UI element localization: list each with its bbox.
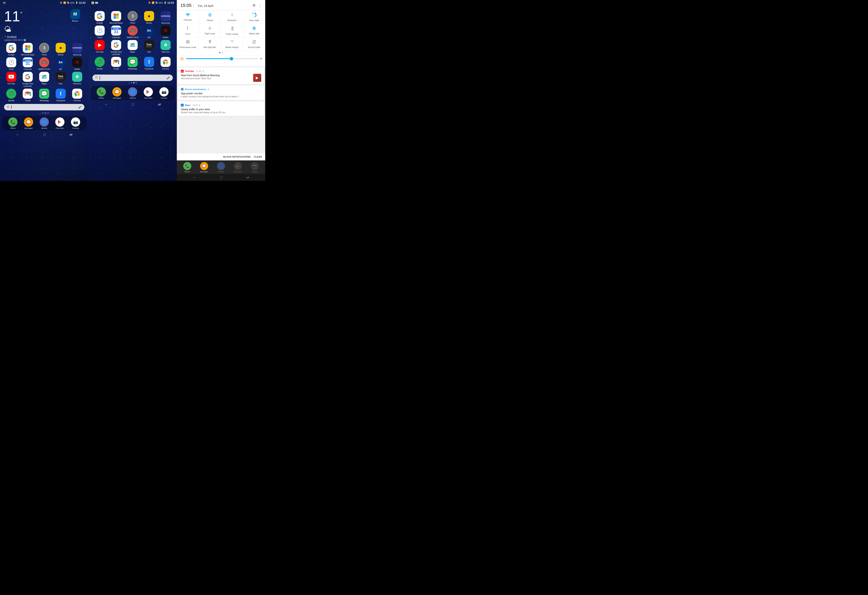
dark-dock-messages[interactable]: 💬 Messages bbox=[200, 162, 208, 173]
dark-dock-internet[interactable]: 🌐 Internet bbox=[217, 162, 225, 173]
messages-dock-icon[interactable]: 💬 bbox=[24, 117, 33, 127]
clock-icon[interactable]: 🕐 bbox=[6, 57, 16, 67]
search-input[interactable] bbox=[11, 105, 77, 109]
mid-calendar-icon[interactable]: Google31 bbox=[111, 25, 121, 36]
brightness-slider[interactable] bbox=[186, 58, 258, 59]
mid-internet-dock-icon[interactable]: 🌐 bbox=[128, 87, 137, 96]
toggle-bluetooth[interactable]: Bluetooth bbox=[221, 10, 243, 24]
search-bar[interactable]: G 🎤 bbox=[4, 104, 84, 110]
dock-messages[interactable]: 💬 Messages bbox=[24, 117, 33, 129]
mario-icon[interactable]: 🎮 bbox=[39, 57, 49, 67]
app-clock[interactable]: 🕐 Clock bbox=[4, 57, 18, 71]
app-harmony[interactable]: ♻ Harmony bbox=[70, 72, 84, 87]
facebook-icon[interactable]: f bbox=[56, 89, 66, 99]
mid-maps[interactable]: 🗺️ Maps bbox=[125, 40, 140, 56]
app-chrome[interactable]: Chrome bbox=[70, 89, 84, 102]
dark-dock-phone[interactable]: 📞 Phone bbox=[183, 162, 191, 173]
dock-camera[interactable]: 📷 Camera bbox=[71, 117, 80, 129]
brightness-expand-icon[interactable]: ▾ bbox=[260, 56, 262, 61]
wuntu-icon[interactable]: ● bbox=[56, 43, 66, 53]
mid-mario[interactable]: 🎮 MARIO RUN bbox=[125, 25, 140, 39]
mid-fb-icon[interactable]: f bbox=[144, 57, 154, 67]
app-calendar[interactable]: Google 31 Calendar bbox=[21, 57, 35, 71]
right-back-button[interactable]: ← bbox=[193, 176, 196, 179]
mid-netflix-icon[interactable]: N bbox=[161, 25, 171, 36]
mid-harmony[interactable]: ♻ Harmony bbox=[158, 40, 173, 56]
mid-clock[interactable]: 🕐 Clock bbox=[92, 25, 107, 39]
internet-dock-icon[interactable]: 🌐 bbox=[40, 117, 49, 127]
whatsapp-icon[interactable]: 💬 bbox=[39, 89, 49, 99]
app-hue[interactable]: hue PHILIPS Hue bbox=[53, 72, 68, 87]
mid-hue[interactable]: huePHILIPS Hue bbox=[142, 40, 156, 56]
mid-hue-icon[interactable]: huePHILIPS bbox=[144, 40, 154, 50]
spotify-icon[interactable]: 🎵 bbox=[6, 89, 16, 99]
mid-search-input[interactable] bbox=[100, 76, 165, 80]
dark-playstore-icon[interactable] bbox=[234, 162, 242, 170]
mid-calendar[interactable]: Google31 Calendar bbox=[109, 25, 123, 39]
monzo-icon[interactable]: M bbox=[70, 9, 80, 19]
maps-icon[interactable]: 🗺️ bbox=[39, 72, 49, 82]
google-icon[interactable] bbox=[6, 43, 16, 53]
mid-netflix[interactable]: N Netflix bbox=[158, 25, 173, 39]
maps-notif-dropdown[interactable]: ▾ bbox=[199, 104, 200, 107]
mid-clock-icon[interactable]: 🕐 bbox=[94, 25, 105, 36]
mid-ms-icon[interactable] bbox=[111, 11, 121, 21]
youtube-notif-dropdown[interactable]: ▾ bbox=[202, 70, 204, 73]
mid-camera-dock-icon[interactable]: 📷 bbox=[159, 87, 168, 96]
mid-samsung-icon[interactable]: SAMSUNG bbox=[161, 11, 171, 21]
mid-maps-icon[interactable]: 🗺️ bbox=[128, 40, 138, 50]
mid-three[interactable]: 3 Three bbox=[125, 11, 140, 24]
mid-home-button[interactable]: □ bbox=[132, 102, 134, 107]
mid-dock-messages[interactable]: 💬 Messages bbox=[112, 87, 121, 99]
toggle-power-saving[interactable]: Power saving bbox=[221, 24, 243, 37]
chrome-icon[interactable] bbox=[72, 89, 82, 99]
mid-spotify-icon[interactable]: 🎵 bbox=[94, 57, 105, 67]
mid-playstore-dock-icon[interactable] bbox=[144, 87, 153, 96]
dark-internet-icon[interactable]: 🌐 bbox=[217, 162, 225, 170]
mid-dock-phone[interactable]: 📞 Phone bbox=[97, 87, 106, 99]
back-button[interactable]: ← bbox=[16, 133, 19, 137]
playstore-dock-icon[interactable] bbox=[55, 117, 65, 127]
youtube-icon[interactable] bbox=[6, 72, 16, 82]
app-facebook[interactable]: f Facebook bbox=[53, 89, 68, 102]
mid-fb[interactable]: f Facebook bbox=[142, 57, 156, 70]
right-home-button[interactable]: □ bbox=[220, 176, 223, 179]
hue-icon[interactable]: hue PHILIPS bbox=[56, 72, 66, 82]
mid-gmail-icon[interactable] bbox=[111, 57, 121, 67]
mid-gmail[interactable]: Gmail bbox=[109, 57, 123, 70]
mid-messages-dock-icon[interactable]: 💬 bbox=[112, 87, 121, 96]
microsoft-icon[interactable] bbox=[23, 43, 33, 53]
dark-dock-camera[interactable]: 📷 Camera bbox=[251, 162, 259, 173]
mid-whatsapp[interactable]: 💬 WhatsApp bbox=[125, 57, 140, 70]
netflix-icon[interactable]: N bbox=[72, 57, 82, 67]
toggle-mobile-data[interactable]: Mobile data bbox=[243, 24, 265, 37]
calendar-icon[interactable]: Google 31 bbox=[23, 57, 33, 67]
mid-youtube-icon[interactable]: ▶ bbox=[94, 40, 105, 50]
toggle-autorotate[interactable]: Auto rotate bbox=[243, 10, 265, 24]
gmail-icon[interactable] bbox=[23, 89, 33, 99]
toggle-wifi[interactable]: CNGuest bbox=[177, 10, 199, 24]
mid-dock-internet[interactable]: 🌐 Internet bbox=[128, 87, 137, 99]
recents-button[interactable]: ⇌ bbox=[69, 132, 72, 137]
microphone-icon[interactable]: 🎤 bbox=[78, 105, 81, 109]
home-button[interactable]: □ bbox=[43, 133, 46, 137]
mid-google[interactable]: Google bbox=[92, 11, 107, 24]
mid-ba[interactable]: BA BA bbox=[142, 25, 156, 39]
mid-three-icon[interactable]: 3 bbox=[128, 11, 138, 21]
mid-whatsapp-icon[interactable]: 💬 bbox=[128, 57, 138, 67]
mid-gnow[interactable]: Google Now Launcher bbox=[109, 40, 123, 56]
more-options-icon[interactable]: ⋮ bbox=[258, 3, 261, 7]
dock-playstore[interactable]: Play Store bbox=[55, 117, 65, 129]
mid-mic-icon[interactable]: 🎤 bbox=[167, 76, 170, 79]
app-mario[interactable]: 🎮 MARIO RUN bbox=[37, 57, 52, 71]
settings-icon[interactable]: ⚙ bbox=[252, 3, 255, 7]
brightness-thumb[interactable] bbox=[230, 57, 233, 60]
mid-dock-playstore[interactable]: Play Store bbox=[144, 87, 153, 99]
toggle-flight[interactable]: Flight mode bbox=[199, 24, 221, 37]
app-maps[interactable]: 🗺️ Maps bbox=[37, 72, 52, 87]
dark-messages-icon[interactable]: 💬 bbox=[200, 162, 208, 170]
app-gmail[interactable]: Gmail bbox=[21, 89, 35, 102]
dark-camera-icon[interactable]: 📷 bbox=[251, 162, 259, 170]
toggle-bluelight[interactable]: Blue light filter bbox=[199, 37, 221, 50]
app-youtube[interactable]: YouTube bbox=[4, 72, 18, 87]
